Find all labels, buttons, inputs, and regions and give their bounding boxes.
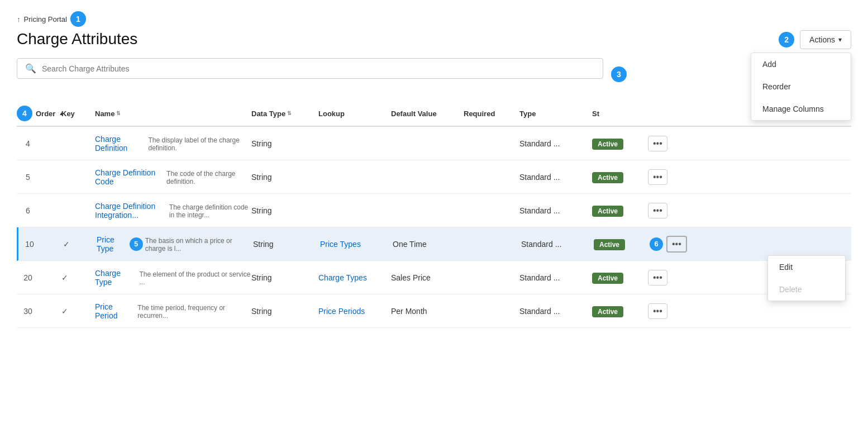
status-badge-1: Active bbox=[592, 139, 623, 150]
cell-key-5: ✓ bbox=[61, 273, 95, 282]
breadcrumb-arrow: ↑ bbox=[17, 15, 21, 23]
actions-add-item[interactable]: Add bbox=[751, 53, 851, 75]
cell-status-4: Active bbox=[594, 240, 650, 249]
more-button-5[interactable]: ••• bbox=[648, 270, 667, 286]
page-title: Charge Attributes bbox=[17, 30, 137, 48]
name-sub-2: The code of the charge definition. bbox=[166, 170, 251, 185]
col-header-required: Required bbox=[464, 110, 519, 118]
cell-type-2: Standard ... bbox=[519, 173, 592, 182]
name-sub-3: The charge definition code in the integr… bbox=[169, 203, 251, 219]
cell-datatype-6: String bbox=[251, 307, 318, 316]
col-header-lookup: Lookup bbox=[318, 110, 391, 118]
name-link-1[interactable]: Charge Definition bbox=[95, 135, 146, 153]
cell-order-1: 4 bbox=[17, 139, 61, 148]
actions-button[interactable]: Actions ▾ bbox=[800, 30, 851, 49]
table-row: 5 Charge Definition Code The code of the… bbox=[17, 160, 851, 194]
cell-datatype-3: String bbox=[251, 206, 318, 215]
actions-manage-columns-item[interactable]: Manage Columns bbox=[751, 98, 851, 120]
cell-lookup-5: Charge Types bbox=[318, 273, 391, 282]
cell-status-5: Active bbox=[592, 273, 648, 282]
cell-lookup-4: Price Types bbox=[320, 240, 393, 249]
name-link-4[interactable]: Price Type bbox=[97, 235, 126, 253]
cell-order-3: 6 bbox=[17, 206, 61, 215]
lookup-link-4[interactable]: Price Types bbox=[320, 240, 361, 249]
check-icon: ✓ bbox=[63, 240, 70, 249]
cell-actions-6: ••• bbox=[648, 303, 681, 319]
table-row-highlighted: 10 ✓ Price Type 5 The basis on which a p… bbox=[17, 227, 851, 261]
cell-status-6: Active bbox=[592, 307, 648, 316]
name-link-5[interactable]: Charge Type bbox=[95, 269, 137, 287]
cell-key-6: ✓ bbox=[61, 307, 95, 316]
status-badge-2: Active bbox=[592, 172, 623, 183]
cell-type-1: Standard ... bbox=[519, 139, 592, 148]
cell-type-5: Standard ... bbox=[519, 273, 592, 282]
name-link-3[interactable]: Charge Definition Integration... bbox=[95, 202, 167, 220]
sort-name-icon[interactable]: ⇅ bbox=[116, 111, 121, 116]
sort-updown-dt-icon: ⇅ bbox=[287, 111, 292, 116]
breadcrumb-step-badge: 1 bbox=[70, 11, 86, 27]
cell-actions-2: ••• bbox=[648, 169, 681, 185]
actions-step-badge: 2 bbox=[779, 32, 794, 47]
row-menu-delete: Delete bbox=[768, 278, 845, 301]
order-number: 10 bbox=[18, 240, 41, 249]
search-step-badge: 3 bbox=[611, 66, 627, 82]
name-sub-5: The element of the product or service ..… bbox=[140, 270, 251, 286]
cell-type-3: Standard ... bbox=[519, 206, 592, 215]
order-number: 5 bbox=[17, 173, 39, 182]
more-button-1[interactable]: ••• bbox=[648, 136, 667, 151]
cell-name-4: Price Type 5 The basis on which a price … bbox=[97, 235, 253, 253]
search-bar: 🔍 bbox=[17, 58, 603, 79]
cell-default-5: Sales Price bbox=[391, 273, 464, 282]
actions-button-label: Actions bbox=[809, 35, 835, 44]
name-link-6[interactable]: Price Period bbox=[95, 302, 135, 320]
lookup-link-6[interactable]: Price Periods bbox=[318, 307, 365, 316]
cell-type-6: Standard ... bbox=[519, 307, 592, 316]
order-number: 6 bbox=[17, 206, 39, 215]
name-sub-1: The display label of the charge definiti… bbox=[149, 136, 252, 152]
order-number: 4 bbox=[17, 139, 39, 148]
more-step-badge: 6 bbox=[650, 237, 663, 251]
cell-datatype-4: String bbox=[253, 240, 320, 249]
status-badge-5: Active bbox=[592, 273, 623, 284]
search-row: 🔍 3 bbox=[17, 58, 851, 90]
status-badge-6: Active bbox=[592, 306, 623, 317]
more-button-6[interactable]: ••• bbox=[648, 303, 667, 319]
more-button-3[interactable]: ••• bbox=[648, 203, 667, 218]
col-header-default: Default Value bbox=[391, 110, 464, 118]
cell-name-5: Charge Type The element of the product o… bbox=[95, 269, 251, 287]
col-header-type: Type bbox=[519, 110, 592, 118]
sort-updown-icon: ⇅ bbox=[116, 111, 121, 116]
table-row: 4 Charge Definition The display label of… bbox=[17, 127, 851, 160]
order-number: 30 bbox=[17, 307, 39, 316]
col-header-key: Key bbox=[61, 110, 95, 118]
cell-default-4: One Time bbox=[393, 240, 465, 249]
row-context-menu: Edit Delete bbox=[767, 255, 846, 301]
cell-order-4: 10 bbox=[18, 240, 63, 249]
cell-key-4: ✓ bbox=[63, 240, 97, 249]
breadcrumb-link[interactable]: Pricing Portal bbox=[24, 15, 67, 23]
actions-reorder-item[interactable]: Reorder bbox=[751, 75, 851, 98]
table-header: 4 Order ▲ Key Name ⇅ Data Type ⇅ Lookup bbox=[17, 101, 851, 127]
cell-name-1: Charge Definition The display label of t… bbox=[95, 135, 251, 153]
more-button-4[interactable]: ••• bbox=[666, 236, 687, 253]
col-header-status: St bbox=[592, 110, 648, 118]
order-number: 20 bbox=[17, 273, 39, 282]
th-order: Order bbox=[36, 110, 55, 118]
name-link-2[interactable]: Charge Definition Code bbox=[95, 168, 164, 186]
sort-datatype-icon[interactable]: ⇅ bbox=[287, 111, 292, 116]
cell-order-6: 30 bbox=[17, 307, 61, 316]
cell-status-2: Active bbox=[592, 173, 648, 182]
chevron-down-icon: ▾ bbox=[838, 36, 842, 44]
check-icon: ✓ bbox=[61, 273, 68, 282]
table-container: 4 Order ▲ Key Name ⇅ Data Type ⇅ Lookup bbox=[17, 101, 851, 328]
search-input[interactable] bbox=[42, 64, 595, 73]
more-button-2[interactable]: ••• bbox=[648, 169, 667, 185]
cell-name-6: Price Period The time period, frequency … bbox=[95, 302, 251, 320]
table-row: 6 Charge Definition Integration... The c… bbox=[17, 194, 851, 227]
col-header-name: Name ⇅ bbox=[95, 110, 251, 118]
cell-order-5: 20 bbox=[17, 273, 61, 282]
cell-actions-4: 6 ••• bbox=[650, 236, 683, 253]
lookup-link-5[interactable]: Charge Types bbox=[318, 273, 367, 282]
search-icon: 🔍 bbox=[25, 63, 36, 74]
row-menu-edit[interactable]: Edit bbox=[768, 256, 845, 278]
